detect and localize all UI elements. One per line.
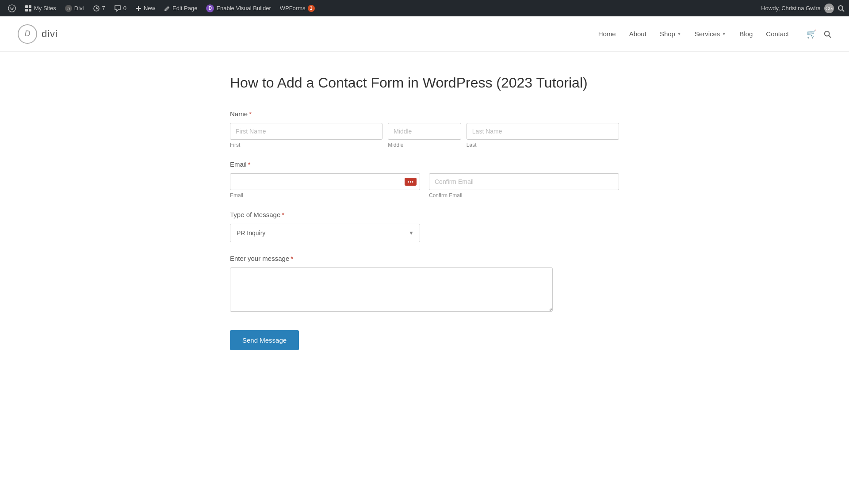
updates-icon <box>93 5 100 12</box>
wpforms-item[interactable]: WPForms 1 <box>276 0 318 16</box>
divi-label: Divi <box>74 5 84 11</box>
message-type-section: Type of Message* PR Inquiry General Inqu… <box>230 211 619 242</box>
cart-icon[interactable]: 🛒 <box>807 29 816 39</box>
wpforms-label: WPForms <box>280 5 306 11</box>
email-section: Email* ••• Email Confirm Email <box>230 160 619 199</box>
main-content: How to Add a Contact Form in WordPress (… <box>212 74 637 350</box>
nav-contact-label: Contact <box>766 30 789 38</box>
new-label: New <box>144 5 155 11</box>
name-section: Name* First Middle Last <box>230 110 619 148</box>
divi-theme-icon: D <box>65 5 72 12</box>
logo-name: divi <box>42 28 58 40</box>
nav-shop[interactable]: Shop ▼ <box>660 30 681 38</box>
shop-chevron-icon: ▼ <box>677 31 681 36</box>
edit-page-label: Edit Page <box>172 5 197 11</box>
submit-button[interactable]: Send Message <box>230 330 299 350</box>
name-label: Name* <box>230 110 619 118</box>
first-name-sublabel: First <box>230 142 382 148</box>
last-name-wrap: Last <box>467 123 619 148</box>
first-name-wrap: First <box>230 123 382 148</box>
nav-contact[interactable]: Contact <box>766 30 789 38</box>
nav-about[interactable]: About <box>629 30 646 38</box>
nav-blog[interactable]: Blog <box>739 30 753 38</box>
admin-bar: W My Sites D Divi <box>0 0 849 16</box>
message-required: * <box>291 255 293 262</box>
logo-letter: D <box>25 29 31 38</box>
plus-icon <box>135 5 142 11</box>
message-label: Enter your message* <box>230 255 619 262</box>
site-nav: Home About Shop ▼ Services ▼ Blog Contac… <box>598 29 831 39</box>
nav-home-label: Home <box>598 30 616 38</box>
message-type-required: * <box>282 211 284 218</box>
wp-logo-item[interactable]: W <box>4 0 19 16</box>
first-name-input[interactable] <box>230 123 382 140</box>
email-sublabel: Email <box>230 192 420 199</box>
nav-services[interactable]: Services ▼ <box>695 30 726 38</box>
last-name-sublabel: Last <box>467 142 619 148</box>
wp-logo-icon: W <box>8 4 16 12</box>
svg-rect-4 <box>25 9 28 11</box>
email-required: * <box>248 160 251 168</box>
page-title: How to Add a Contact Form in WordPress (… <box>230 74 619 92</box>
nav-shop-label: Shop <box>660 30 675 38</box>
email-input[interactable] <box>230 173 420 190</box>
message-type-select[interactable]: PR Inquiry General Inquiry Support Other <box>230 224 420 242</box>
svg-rect-5 <box>29 9 31 11</box>
message-type-select-wrap: PR Inquiry General Inquiry Support Other… <box>230 224 420 242</box>
nav-blog-label: Blog <box>739 30 753 38</box>
updates-item[interactable]: 7 <box>89 0 109 16</box>
comments-count: 0 <box>123 5 126 11</box>
comments-item[interactable]: 0 <box>111 0 130 16</box>
contact-form: Name* First Middle Last Email* <box>230 110 619 350</box>
message-section: Enter your message* <box>230 255 619 313</box>
my-sites-item[interactable]: My Sites <box>21 0 60 16</box>
svg-rect-3 <box>29 5 31 8</box>
svg-line-14 <box>829 35 831 38</box>
enable-vb-label: Enable Visual Builder <box>216 5 271 11</box>
edit-icon <box>164 5 170 11</box>
middle-name-wrap: Middle <box>388 123 461 148</box>
email-fields-group: ••• Email Confirm Email <box>230 173 619 199</box>
howdy-text: Howdy, Christina Gwira <box>761 5 821 11</box>
message-textarea[interactable] <box>230 267 553 312</box>
nav-about-label: About <box>629 30 646 38</box>
new-content-item[interactable]: New <box>132 0 159 16</box>
site-logo[interactable]: D divi <box>18 24 58 44</box>
svg-point-13 <box>825 31 830 36</box>
confirm-email-wrap: Confirm Email <box>429 173 619 199</box>
svg-line-12 <box>842 10 844 11</box>
confirm-email-sublabel: Confirm Email <box>429 192 619 199</box>
wpforms-badge: 1 <box>308 5 315 12</box>
email-dots-button[interactable]: ••• <box>405 178 417 186</box>
middle-name-sublabel: Middle <box>388 142 461 148</box>
last-name-input[interactable] <box>467 123 619 140</box>
svg-text:W: W <box>10 6 14 11</box>
my-sites-label: My Sites <box>34 5 56 11</box>
admin-search-icon[interactable] <box>838 5 845 12</box>
name-required: * <box>249 110 252 118</box>
enable-vb-item[interactable]: D Enable Visual Builder <box>203 0 274 16</box>
divi-vb-icon: D <box>206 4 214 12</box>
search-icon[interactable] <box>823 30 831 38</box>
email-input-wrap: ••• Email <box>230 173 420 199</box>
updates-count: 7 <box>102 5 105 11</box>
divi-item[interactable]: D Divi <box>61 0 88 16</box>
name-fields-group: First Middle Last <box>230 123 619 148</box>
site-header: D divi Home About Shop ▼ Services ▼ Blog… <box>0 16 849 52</box>
logo-circle: D <box>18 24 37 44</box>
svg-text:D: D <box>67 6 70 11</box>
svg-point-11 <box>838 6 843 10</box>
nav-services-label: Services <box>695 30 720 38</box>
svg-rect-2 <box>25 5 28 8</box>
email-label: Email* <box>230 160 619 168</box>
user-avatar[interactable]: CG <box>824 4 834 13</box>
services-chevron-icon: ▼ <box>722 31 726 36</box>
confirm-email-input[interactable] <box>429 173 619 190</box>
sites-icon <box>25 5 32 12</box>
edit-page-item[interactable]: Edit Page <box>161 0 201 16</box>
comments-icon <box>114 5 121 12</box>
nav-home[interactable]: Home <box>598 30 616 38</box>
message-type-label: Type of Message* <box>230 211 619 218</box>
middle-name-input[interactable] <box>388 123 461 140</box>
